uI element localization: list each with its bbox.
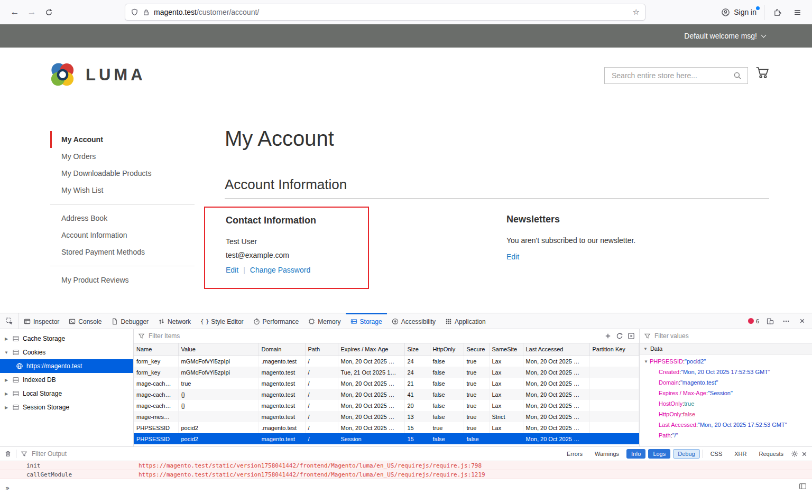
sidebar-item-my-product-reviews[interactable]: My Product Reviews bbox=[50, 272, 195, 288]
filter-debug[interactable]: Debug bbox=[673, 449, 699, 459]
tab-console[interactable]: Console bbox=[64, 313, 106, 329]
cell[interactable]: Mon, 20 Oct 2025 … bbox=[523, 367, 589, 378]
cell[interactable]: mage-cach… bbox=[134, 400, 178, 411]
cell[interactable]: 41 bbox=[404, 389, 430, 400]
cell[interactable]: true bbox=[464, 400, 489, 411]
close-devtools-button[interactable] bbox=[795, 315, 809, 328]
editor-mode-button[interactable] bbox=[799, 482, 807, 492]
cell[interactable]: false bbox=[464, 433, 489, 444]
console-error-badge[interactable]: 6 bbox=[746, 318, 761, 324]
cell[interactable]: .magento.test bbox=[259, 422, 305, 433]
change-password-link[interactable]: Change Password bbox=[250, 266, 310, 274]
cookie-row[interactable]: form_keymGMcFofvYi5zpIpimagento.test/Tue… bbox=[134, 367, 639, 378]
tab-network[interactable]: Network bbox=[153, 313, 196, 329]
console-message[interactable]: callGetModule https://magento.test/stati… bbox=[0, 470, 812, 479]
cell[interactable]: Lax bbox=[489, 378, 523, 389]
column-header[interactable]: Secure bbox=[464, 343, 489, 356]
console-message[interactable]: init https://magento.test/static/version… bbox=[0, 461, 812, 470]
cookie-row-selected[interactable]: PHPSESSIDpocid2magento.test/Session15fal… bbox=[134, 433, 639, 444]
clear-console-icon[interactable] bbox=[4, 450, 12, 458]
cell[interactable]: Lax bbox=[489, 389, 523, 400]
cell[interactable] bbox=[589, 411, 639, 422]
cell[interactable]: Lax bbox=[489, 400, 523, 411]
filter-requests[interactable]: Requests bbox=[754, 449, 788, 459]
cell[interactable]: / bbox=[305, 356, 338, 367]
filter-info[interactable]: Info bbox=[626, 449, 645, 459]
forward-button[interactable]: → bbox=[23, 4, 40, 21]
column-header[interactable]: Expires / Max-Age bbox=[338, 343, 404, 356]
cell[interactable]: PHPSESSID bbox=[134, 433, 178, 444]
sidebar-item-stored-payment-methods[interactable]: Stored Payment Methods bbox=[50, 244, 195, 260]
data-entry[interactable]: Expires / Max-Age:"Session" bbox=[640, 388, 812, 398]
cookie-row[interactable]: mage-mes…magento.test/Mon, 20 Oct 2025 …… bbox=[134, 411, 639, 422]
cell[interactable]: magento.test bbox=[259, 433, 305, 444]
cart-button[interactable] bbox=[755, 66, 769, 79]
data-entry[interactable]: Last Accessed:"Mon, 20 Oct 2025 17:52:53… bbox=[640, 419, 812, 430]
cell[interactable]: false bbox=[430, 378, 464, 389]
tab-storage[interactable]: Storage bbox=[346, 313, 387, 329]
cell[interactable]: false bbox=[430, 367, 464, 378]
cell[interactable]: form_key bbox=[134, 356, 178, 367]
edit-contact-link[interactable]: Edit bbox=[226, 266, 238, 274]
data-entry[interactable]: Domain:"magento.test" bbox=[640, 377, 812, 388]
sidebar-item-my-account[interactable]: My Account bbox=[50, 131, 195, 148]
tab-performance[interactable]: Performance bbox=[248, 313, 304, 329]
cookie-row[interactable]: mage-cach…{}magento.test/Mon, 20 Oct 202… bbox=[134, 389, 639, 400]
cell[interactable]: Mon, 20 Oct 2025 … bbox=[338, 411, 404, 422]
column-header[interactable]: Last Accessed bbox=[523, 343, 589, 356]
cell[interactable]: false bbox=[430, 433, 464, 444]
cell[interactable]: false bbox=[430, 411, 464, 422]
sidebar-item-my-orders[interactable]: My Orders bbox=[50, 148, 195, 165]
cell[interactable]: mage-cach… bbox=[134, 389, 178, 400]
cell[interactable]: / bbox=[305, 400, 338, 411]
column-header[interactable]: Partition Key bbox=[589, 343, 639, 356]
cell[interactable]: Mon, 20 Oct 2025 … bbox=[523, 400, 589, 411]
data-entry[interactable]: Created:"Mon, 20 Oct 2025 17:52:53 GMT" bbox=[640, 367, 812, 377]
data-entry[interactable]: HttpOnly:false bbox=[640, 409, 812, 419]
cell[interactable] bbox=[589, 356, 639, 367]
tab-debugger[interactable]: Debugger bbox=[106, 313, 153, 329]
cell[interactable] bbox=[589, 400, 639, 411]
cell[interactable] bbox=[589, 389, 639, 400]
cell[interactable] bbox=[589, 433, 639, 444]
cell[interactable]: mage-cach… bbox=[134, 378, 178, 389]
cell[interactable]: 24 bbox=[404, 367, 430, 378]
cookie-row[interactable]: mage-cach…truemagento.test/Mon, 20 Oct 2… bbox=[134, 378, 639, 389]
data-entry[interactable]: HostOnly:true bbox=[640, 398, 812, 409]
column-header[interactable]: HttpOnly bbox=[430, 343, 464, 356]
cell[interactable] bbox=[178, 411, 259, 422]
cookie-row[interactable]: PHPSESSIDpocid2.magento.test/Mon, 20 Oct… bbox=[134, 422, 639, 433]
cell[interactable] bbox=[589, 422, 639, 433]
data-entry[interactable]: Path:"/" bbox=[640, 430, 812, 441]
cell[interactable]: Session bbox=[338, 433, 404, 444]
source-location-link[interactable]: https://magento.test/static/version17580… bbox=[139, 462, 482, 469]
reload-button[interactable] bbox=[40, 4, 57, 21]
items-filter-input[interactable] bbox=[149, 332, 601, 340]
tab-memory[interactable]: Memory bbox=[303, 313, 345, 329]
cell[interactable]: true bbox=[464, 356, 489, 367]
expander-icon[interactable]: ▶ bbox=[4, 337, 9, 341]
cell[interactable]: Mon, 20 Oct 2025 … bbox=[523, 422, 589, 433]
cell[interactable]: Mon, 20 Oct 2025 … bbox=[338, 422, 404, 433]
cell[interactable]: 15 bbox=[404, 422, 430, 433]
cell[interactable] bbox=[489, 433, 523, 444]
cell[interactable]: PHPSESSID bbox=[134, 422, 178, 433]
tree-item-indexed-db[interactable]: ▶ Indexed DB bbox=[0, 373, 133, 387]
column-header[interactable]: Path bbox=[305, 343, 338, 356]
cell[interactable]: Mon, 20 Oct 2025 … bbox=[338, 356, 404, 367]
console-settings-gear-icon[interactable] bbox=[791, 450, 798, 458]
source-location-link[interactable]: https://magento.test/static/version17580… bbox=[139, 471, 485, 478]
cell[interactable]: / bbox=[305, 422, 338, 433]
back-button[interactable]: ← bbox=[6, 4, 23, 21]
tab-inspector[interactable]: Inspector bbox=[19, 313, 64, 329]
cell[interactable]: 15 bbox=[404, 433, 430, 444]
cell[interactable]: 24 bbox=[404, 356, 430, 367]
cell[interactable]: Tue, 21 Oct 2025 1… bbox=[338, 367, 404, 378]
store-logo[interactable]: LUMA bbox=[48, 60, 146, 89]
filter-warnings[interactable]: Warnings bbox=[590, 449, 624, 459]
cell[interactable]: mage-mes… bbox=[134, 411, 178, 422]
menu-button[interactable] bbox=[789, 4, 806, 21]
cell[interactable]: 13 bbox=[404, 411, 430, 422]
cell[interactable]: magento.test bbox=[259, 411, 305, 422]
cell[interactable]: Mon, 20 Oct 2025 … bbox=[523, 389, 589, 400]
